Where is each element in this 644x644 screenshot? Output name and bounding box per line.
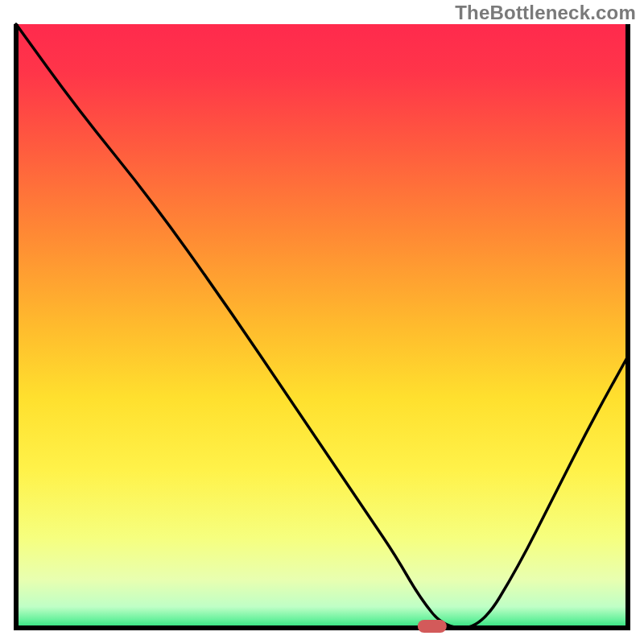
watermark-text: TheBottleneck.com (455, 2, 636, 24)
optimum-marker (418, 620, 447, 633)
plot-area (16, 24, 628, 628)
bottleneck-chart (0, 0, 644, 644)
chart-frame: TheBottleneck.com (0, 0, 644, 644)
